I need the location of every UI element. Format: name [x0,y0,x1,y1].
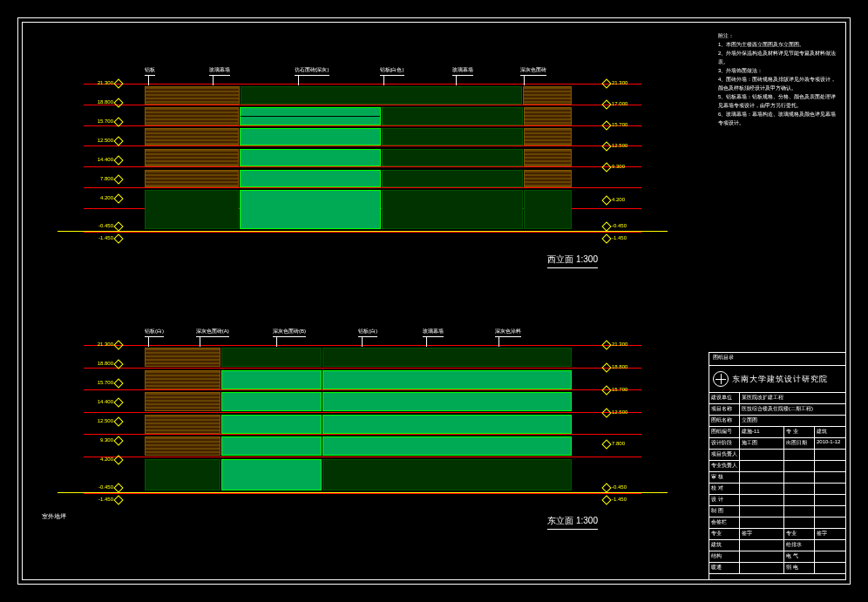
tb-key: 暖通 [709,563,740,573]
tb-key: 制 图 [709,506,740,517]
tb-key: 专业负责人 [709,461,740,471]
tb-value: 立面图 [740,416,845,426]
tb-key: 设 计 [709,495,740,505]
notes-line: 5、铝板幕墙：铝板规格、分格、颜色及表面处理详见幕墙专项设计，由甲方另行委托。 [718,92,840,110]
tb-key: 专业 [784,529,815,539]
notes-line: 6、玻璃幕墙：幕墙构造、玻璃规格及颜色详见幕墙专项设计。 [718,110,840,127]
tb-value [815,517,845,528]
title-block-row: 建设单位某医院改扩建工程 [709,393,845,404]
title-block-row: 设计阶段施工图出图日期2010-1-12 [709,438,845,450]
tb-key: 专 业 [784,427,815,437]
facade-panel [322,436,572,456]
tb-key: 弱 电 [784,563,815,573]
facade-panel [523,86,572,104]
facade-panel [240,149,381,166]
facade-panel [382,149,523,166]
title-block-row: 专业签字专业签字 [709,529,845,540]
tb-key [784,484,815,494]
tb-key [784,517,815,528]
tb-key: 电 气 [784,551,815,562]
material-callout: 深灰色面砖(A) [196,328,229,337]
facade-panel [524,149,572,166]
drawing-area: 铝板 玻璃幕墙 仿石面砖(深灰) 铝板(白色) 玻璃幕墙 深灰色面砖 21.30… [23,23,709,579]
level-label: -0.450 [82,223,113,228]
tb-value [815,484,845,494]
institute-row: 东南大学建筑设计研究院 [709,366,845,393]
tb-value [740,540,784,551]
facade-panel [145,149,239,166]
building-east: 铝板(白) 深灰色面砖(A) 深灰色面砖(B) 铝板(白) 玻璃幕墙 深灰色涂料 [145,345,572,493]
material-callout: 深灰色面砖(B) [273,328,306,337]
floor-line [84,345,641,346]
tb-key [784,461,815,471]
facade-panel [145,190,239,228]
title-block-row: 审 核 [709,472,845,484]
tb-key: 图纸名称 [709,416,740,426]
facade-panel [382,170,523,187]
facade-panel [524,170,572,187]
facade-panel [322,370,572,389]
level-label: 9.300 [82,437,113,443]
facade-panel [524,190,572,228]
tb-value [740,472,784,483]
facade-panel [382,107,523,125]
facade-panel [145,107,239,125]
level-label: 12.500 [612,409,643,415]
facade-panel [145,392,220,411]
level-label: 15.700 [82,380,113,385]
level-label: -1.450 [612,497,643,502]
level-label: 21.300 [612,342,643,347]
tb-value: 建施-11 [740,427,784,437]
facade-panel [145,459,220,490]
facade-panel [322,459,572,490]
facade-panel [240,190,381,228]
tb-key: 建设单位 [709,393,740,403]
tb-key: 给排水 [784,540,815,551]
level-label: 21.300 [612,80,643,85]
tb-value: 建筑 [815,427,845,437]
notes-line: 4、面砖外墙：面砖规格及排版详见外装专项设计，颜色及样板须经设计及甲方确认。 [718,75,840,92]
level-label: 21.300 [82,80,113,85]
tb-value: 施工图 [740,438,784,449]
facade-panel [240,128,381,145]
level-label: 15.700 [82,118,113,124]
tb-key: 校 对 [709,484,740,494]
level-label: -0.450 [82,484,113,490]
floor-line [84,412,641,413]
level-label: 15.700 [612,387,643,392]
level-label: 18.800 [82,361,113,366]
level-label: 4.200 [82,195,113,200]
tb-value [815,461,845,471]
title-block-row: 会签栏 [709,517,845,529]
tb-key [784,472,815,483]
level-label: -0.450 [612,223,643,228]
facade-panel [524,128,572,145]
tb-key: 会签栏 [709,517,740,528]
facade-panel [145,170,239,187]
tb-key: 建筑 [709,540,740,551]
facade-panel [221,348,322,367]
tb-value: 签字 [740,529,784,539]
material-callout: 铝板(白) [145,328,164,337]
facade-panel [145,128,239,145]
tb-value [815,472,845,483]
tb-value [740,450,784,460]
elevation-title: 东立面 1:300 [547,515,598,530]
material-callout: 深灰色面砖 [520,66,546,76]
institute-logo-icon [713,371,729,387]
facade-panel [145,370,220,389]
tb-value [815,506,845,517]
floor-line [84,434,641,435]
notes-line: 3、外墙饰面做法： [718,66,840,75]
level-label: 4.200 [82,457,113,462]
tb-value [740,484,784,494]
title-block-row: 制 图 [709,506,845,517]
floor-line [84,84,641,85]
floor-line [84,166,641,167]
sheet-outer-border: 附注： 1、本图为主楼西立面图及东立面图。 2、外墙外保温构造及材料详见节能专篇… [17,17,851,585]
facade-panel [145,436,220,456]
tb-key [784,506,815,517]
title-block-row: 设 计 [709,495,845,506]
tb-key: 出图日期 [784,438,815,449]
tb-value: 医技综合楼及住院楼(二期工程) [740,404,845,415]
